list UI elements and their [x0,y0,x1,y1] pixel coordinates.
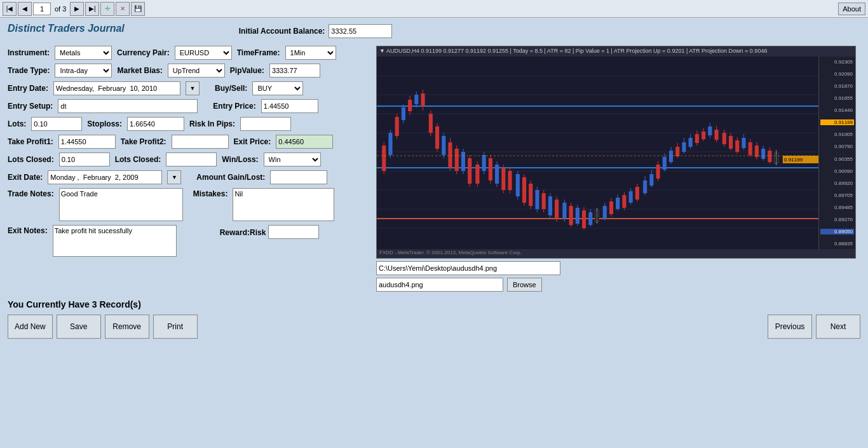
lots-closed1-label: Lots Closed: [8,155,54,164]
exit-date-calendar-btn[interactable]: ▼ [167,170,181,184]
amount-gain-input[interactable] [270,170,327,184]
toolbar: |◀ ◀ 1 of 3 ▶ ▶| ✛ ✕ 💾 About [0,0,868,18]
price-level-4: 0.91655 [820,95,854,101]
previous-button[interactable]: Previous [768,315,812,339]
take-profit1-input[interactable]: 1.44550 [58,135,116,149]
nav-next-btn[interactable]: ▶ [70,2,84,16]
entry-setup-label: Entry Setup: [8,102,53,111]
price-level-2: 0.92090 [820,71,854,77]
price-level-16: 0.88835 [820,241,854,247]
price-level-7: 0.91005 [820,132,854,137]
lots-input[interactable]: 0.10 [31,117,82,131]
bottom-section: You Currently Have 3 Record(s) Add New S… [8,299,860,339]
take-profit2-label: Take Profit2: [121,137,166,146]
app-title: Distinct Traders Journal [8,23,125,34]
exit-notes-textarea[interactable]: Take profit hit sucessfully [53,225,177,257]
nav-first-btn[interactable]: |◀ [3,2,17,16]
chart-info-bar: ▼ AUDUSD,H4 0.91199 0.91277 0.91192 0.91… [377,46,855,57]
save-record-btn[interactable]: 💾 [131,2,145,16]
image-filename-input[interactable]: audusdh4.png [376,278,503,292]
print-button[interactable]: Print [153,315,198,339]
risk-in-pips-label: Risk In Pips: [189,119,235,128]
trade-type-label: Trade Type: [8,66,50,75]
risk-in-pips-input[interactable] [240,117,291,131]
trade-notes-textarea[interactable]: Good Trade [59,188,183,221]
current-price-level: 0.91199 [820,119,854,125]
currency-pair-select[interactable]: EURUSD GBPUSD AUDUSD [175,46,232,60]
trade-notes-label: Trade Notes: [8,189,54,198]
exit-price-input[interactable]: 0.44560 [276,135,333,149]
remove-button[interactable]: Remove [105,315,149,339]
price-level-12: 0.89705 [820,193,854,198]
entry-setup-input[interactable]: dt [58,99,198,113]
price-level-1: 0.92305 [820,59,854,65]
entry-price-input[interactable]: 1.44550 [261,99,318,113]
lots-closed2-label: Lots Closed: [115,155,161,164]
action-buttons-row: Add New Save Remove Print Previous Next [8,315,860,339]
entry-date-input[interactable] [53,81,180,95]
market-bias-label: Market Bias: [117,66,162,75]
lots-closed1-input[interactable]: 0.10 [59,153,110,166]
delete-record-btn[interactable]: ✕ [116,2,130,16]
price-level-5: 0.91440 [820,107,854,113]
add-new-button[interactable]: Add New [8,315,53,339]
chart-panel: ▼ AUDUSD,H4 0.91199 0.91277 0.91192 0.91… [376,46,859,292]
instrument-label: Instrument: [8,48,50,57]
buy-sell-label: Buy/Sell: [215,84,247,93]
image-path-input[interactable]: C:\Users\Yemi\Desktop\audusdh4.png [376,261,560,275]
records-count-label: You Currently Have 3 Record(s) [8,299,860,309]
about-button[interactable]: About [838,3,865,15]
take-profit1-label: Take Profit1: [8,137,53,146]
chart-source-bar: FXDD - MetaTrader. © 2001-2013, MetaQuot… [377,249,855,258]
lots-label: Lots: [8,119,26,128]
browse-button[interactable]: Browse [507,278,542,292]
image-path-row: C:\Users\Yemi\Desktop\audusdh4.png [376,261,859,275]
exit-price-label: Exit Price: [234,137,271,146]
price-level-11: 0.89920 [820,180,854,186]
exit-date-label: Exit Date: [8,173,43,182]
trade-type-select[interactable]: Intra-day Swing Position [55,64,112,78]
of-total-label: of 3 [55,5,66,13]
page-number-input[interactable]: 1 [33,3,51,15]
initial-balance-label: Initial Account Balance: [239,27,325,36]
take-profit2-input[interactable] [172,135,229,149]
image-filename-row: audusdh4.png Browse [376,278,859,292]
chart-svg: 0.91199 [377,57,818,249]
pip-value-label: PipValue: [230,66,264,75]
timeframe-label: TimeFrame: [237,48,280,57]
main-content: Distinct Traders Journal Initial Account… [0,18,868,344]
left-form-panel: Instrument: Metals Forex Commodities Cur… [8,46,370,292]
nav-last-btn[interactable]: ▶| [85,2,99,16]
reward-risk-input[interactable] [268,225,319,239]
price-level-10: 0.90090 [820,168,854,174]
price-level-9: 0.90355 [820,156,854,162]
initial-balance-input[interactable]: 3332.55 [329,24,392,38]
mistakes-textarea[interactable]: Nil [233,188,334,221]
price-level-8: 0.90790 [820,144,854,149]
instrument-select[interactable]: Metals Forex Commodities [55,46,112,60]
exit-date-input[interactable] [48,170,162,184]
mistakes-label: Mistakes: [193,189,228,198]
entry-price-label: Entry Price: [213,102,255,111]
save-button[interactable]: Save [57,315,101,339]
win-loss-select[interactable]: Win Loss Break Even [264,153,321,166]
stoploss-input[interactable]: 1.66540 [127,117,184,131]
market-bias-select[interactable]: UpTrend DownTrend Sideways [168,64,225,78]
price-level-13: 0.89485 [820,205,854,210]
entry-date-calendar-btn[interactable]: ▼ [186,81,200,95]
stoploss-label: Stoploss: [87,119,122,128]
nav-prev-btn[interactable]: ◀ [18,2,32,16]
price-level-3: 0.91870 [820,83,854,89]
timeframe-select[interactable]: 1Min 5Min 15Min 1Hour 4Hour Daily [285,46,336,60]
price-level-14: 0.89270 [820,217,854,222]
lots-closed2-input[interactable] [166,153,217,166]
reward-risk-label: Reward:Risk [220,228,266,237]
next-button[interactable]: Next [816,315,860,339]
currency-pair-label: Currency Pair: [117,48,170,57]
amount-gain-label: Amount Gain/Lost: [196,173,265,182]
buy-sell-select[interactable]: BUY SELL [252,81,303,95]
add-record-btn[interactable]: ✛ [100,2,114,16]
exit-notes-label: Exit Notes: [8,226,48,235]
pip-value-input[interactable]: 3333.77 [269,64,320,78]
svg-text:0.91199: 0.91199 [784,157,803,163]
